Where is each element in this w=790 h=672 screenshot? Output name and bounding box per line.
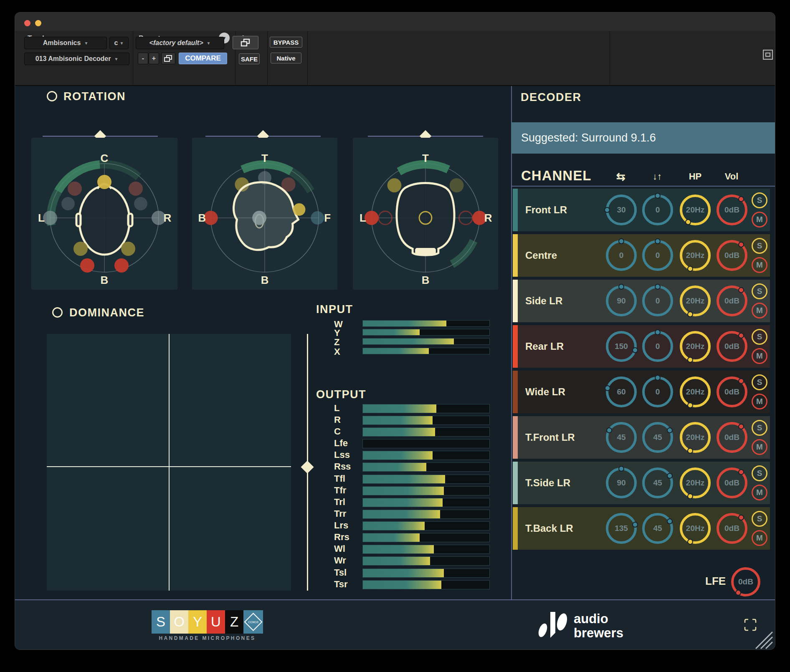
solo-button[interactable]: S <box>752 329 767 345</box>
hp-knob[interactable]: 20Hz <box>680 195 711 225</box>
output-meter-label: Tfr <box>334 485 346 496</box>
solo-button[interactable]: S <box>752 238 767 254</box>
elevation-knob[interactable]: 0 <box>642 331 673 362</box>
toolbar-divider <box>133 31 133 86</box>
hp-knob[interactable]: 20Hz <box>680 422 711 453</box>
close-button[interactable] <box>24 20 30 26</box>
solo-button[interactable]: S <box>752 420 767 436</box>
elevation-knob-dot <box>655 329 661 335</box>
hp-knob[interactable]: 20Hz <box>680 285 711 316</box>
hp-knob[interactable]: 20Hz <box>680 331 711 362</box>
output-meter-label: Rrs <box>334 532 349 543</box>
rotation-head-back-view[interactable]: T L R B <box>353 138 498 290</box>
solo-button[interactable]: S <box>752 283 767 299</box>
elevation-knob[interactable]: 45 <box>642 422 673 453</box>
mute-button[interactable]: M <box>752 530 767 546</box>
dominance-crosshair-vertical <box>169 334 170 591</box>
elevation-knob-dot <box>655 238 661 244</box>
solo-button[interactable]: S <box>752 511 767 527</box>
output-meter-label: Wl <box>334 543 345 554</box>
elevation-knob[interactable]: 45 <box>642 513 673 544</box>
suggested-format-banner[interactable]: Suggested: Surround 9.1.6 <box>511 122 775 154</box>
pan-column-icon: ⇆ <box>608 170 633 183</box>
plugin-window-icon[interactable] <box>762 49 773 60</box>
mute-button[interactable]: M <box>752 394 767 409</box>
rotation-enable-toggle[interactable] <box>47 91 57 101</box>
solo-button[interactable]: S <box>752 374 767 390</box>
vol-knob[interactable]: 0dB <box>717 331 747 362</box>
safe-button[interactable]: SAFE <box>239 53 260 64</box>
head-label-top: T <box>422 152 429 164</box>
elevation-knob[interactable]: 0 <box>642 195 673 225</box>
hp-knob[interactable]: 20Hz <box>680 376 711 407</box>
pan-knob[interactable]: 30 <box>606 195 637 225</box>
output-meter-label: Lfe <box>334 438 348 449</box>
vol-knob[interactable]: 0dB <box>717 422 747 453</box>
pan-knob[interactable]: 45 <box>606 422 637 453</box>
solo-button[interactable]: S <box>752 465 767 481</box>
fullscreen-icon[interactable] <box>744 619 757 631</box>
pan-knob[interactable]: 0 <box>606 240 637 271</box>
channel-header-divider <box>511 186 775 187</box>
rotation-head-top-view[interactable]: C L R B <box>31 138 177 290</box>
preset-next-button[interactable]: + <box>149 53 159 64</box>
vol-knob[interactable]: 0dB <box>717 195 747 225</box>
plugin-selector[interactable]: 013 Ambisonic Decoder ▼ <box>24 53 129 65</box>
auto-enable-button[interactable] <box>233 36 258 49</box>
elevation-knob[interactable]: 0 <box>642 376 673 407</box>
channel-row: Wide LR60020Hz0dBSM <box>513 371 770 413</box>
output-meter-fill <box>363 416 433 424</box>
output-meter-label: Rss <box>334 461 351 472</box>
track-output-selector[interactable]: c ▼ <box>109 37 129 49</box>
resize-grip[interactable] <box>751 630 774 649</box>
hp-knob[interactable]: 20Hz <box>680 513 711 544</box>
mute-button[interactable]: M <box>752 439 767 455</box>
lfe-vol-knob[interactable]: 0dB <box>731 567 760 596</box>
preset-previous-button[interactable]: - <box>138 53 148 64</box>
channel-label: Wide LR <box>525 371 565 413</box>
preset-copy-button[interactable] <box>161 53 175 64</box>
vol-knob-value: 0dB <box>724 478 739 488</box>
preset-selector[interactable]: <factory default> ▼ <box>136 37 224 49</box>
elevation-knob-value: 45 <box>653 524 662 533</box>
pan-knob[interactable]: 90 <box>606 285 637 316</box>
output-meter-track <box>362 580 490 589</box>
mute-button[interactable]: M <box>752 257 767 273</box>
solo-button[interactable]: S <box>752 192 767 208</box>
output-meter-fill <box>363 557 430 565</box>
bypass-button[interactable]: BYPASS <box>270 37 302 48</box>
pan-knob[interactable]: 60 <box>606 376 637 407</box>
mute-button[interactable]: M <box>752 303 767 318</box>
mute-button[interactable]: M <box>752 485 767 500</box>
vol-knob[interactable]: 0dB <box>717 513 747 544</box>
rotation-head-side-view[interactable]: T B F B <box>192 138 337 290</box>
brand-line1: audio <box>574 612 623 626</box>
native-button[interactable]: Native <box>271 53 301 63</box>
hp-knob[interactable]: 20Hz <box>680 467 711 498</box>
vol-knob[interactable]: 0dB <box>717 376 747 407</box>
output-meter-label: C <box>334 426 341 437</box>
vol-knob-dot <box>738 287 744 293</box>
track-selector[interactable]: Ambisonics ▼ <box>24 37 107 49</box>
mute-button[interactable]: M <box>752 348 767 364</box>
vol-knob[interactable]: 0dB <box>717 285 747 316</box>
channel-color-stripe <box>513 325 518 368</box>
elevation-knob[interactable]: 45 <box>642 467 673 498</box>
pan-knob[interactable]: 135 <box>606 513 637 544</box>
output-meter-track <box>362 427 490 437</box>
compare-button[interactable]: COMPARE <box>179 53 227 64</box>
pan-knob[interactable]: 90 <box>606 467 637 498</box>
elevation-knob[interactable]: 0 <box>642 285 673 316</box>
pan-knob[interactable]: 150 <box>606 331 637 362</box>
dominance-enable-toggle[interactable] <box>52 307 63 318</box>
mute-button[interactable]: M <box>752 212 767 227</box>
vol-knob[interactable]: 0dB <box>717 467 747 498</box>
titlebar[interactable] <box>15 13 775 31</box>
minimize-button[interactable] <box>35 20 41 26</box>
hp-knob[interactable]: 20Hz <box>680 240 711 271</box>
output-meter-track <box>362 545 490 554</box>
suggested-format-text: Suggested: Surround 9.1.6 <box>521 131 656 144</box>
track-selector-value: Ambisonics <box>43 39 81 47</box>
vol-knob[interactable]: 0dB <box>717 240 747 271</box>
elevation-knob[interactable]: 0 <box>642 240 673 271</box>
